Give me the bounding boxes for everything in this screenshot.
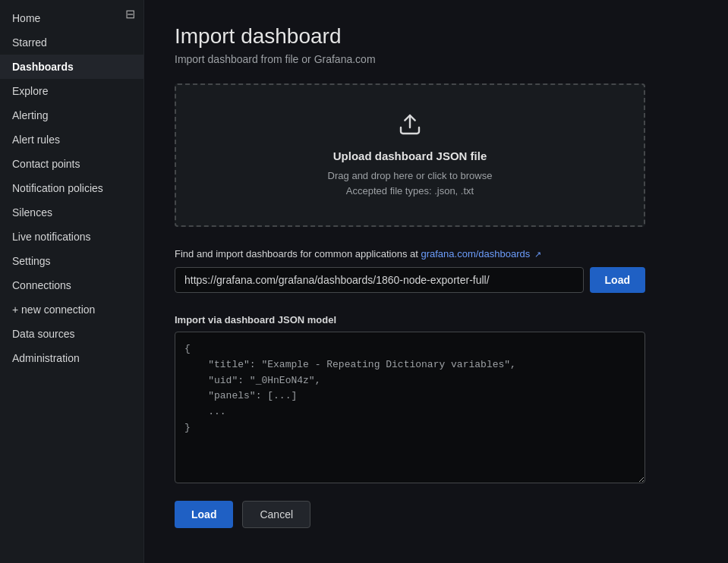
sidebar-item-alerting[interactable]: Alerting [0, 103, 143, 127]
external-link-icon: ↗ [534, 250, 541, 259]
sidebar-item-data-sources[interactable]: Data sources [0, 322, 143, 346]
json-panel-label: Import via dashboard JSON model [175, 314, 698, 326]
sidebar-item-contact-points[interactable]: Contact points [0, 152, 143, 176]
sidebar-item-notification-policies[interactable]: Notification policies [0, 176, 143, 200]
main-content: Import dashboard Import dashboard from f… [144, 0, 728, 563]
page-title: Import dashboard [175, 24, 698, 49]
grafana-com-link[interactable]: grafana.com/dashboards [421, 248, 530, 259]
sidebar-item-silences[interactable]: Silences [0, 200, 143, 225]
url-input-row: Load [175, 267, 645, 293]
upload-hint-line1: Drag and drop here or click to browse [194, 168, 626, 184]
action-buttons-row: Load Cancel [175, 501, 645, 528]
dashboard-url-input[interactable] [175, 267, 584, 293]
upload-dropzone[interactable]: Upload dashboard JSON file Drag and drop… [175, 83, 645, 227]
url-load-button[interactable]: Load [590, 267, 645, 293]
sidebar-item-alert-rules[interactable]: Alert rules [0, 127, 143, 152]
sidebar-item-explore[interactable]: Explore [0, 79, 143, 103]
sidebar: ⊟ Home Starred Dashboards Explore Alerti… [0, 0, 144, 563]
sidebar-item-new-connection[interactable]: + new connection [0, 297, 143, 322]
upload-hint-line2: Accepted file types: .json, .txt [194, 184, 626, 199]
page-subtitle: Import dashboard from file or Grafana.co… [175, 53, 698, 65]
sidebar-item-settings[interactable]: Settings [0, 249, 143, 273]
upload-icon [194, 112, 626, 142]
sidebar-item-connections[interactable]: Connections [0, 273, 143, 297]
load-button[interactable]: Load [175, 501, 233, 528]
sidebar-item-dashboards[interactable]: Dashboards [0, 55, 143, 79]
cancel-button[interactable]: Cancel [242, 501, 310, 528]
sidebar-item-live-notifications[interactable]: Live notifications [0, 225, 143, 249]
sidebar-item-starred[interactable]: Starred [0, 30, 143, 55]
sidebar-item-administration[interactable]: Administration [0, 346, 143, 370]
json-model-textarea[interactable]: { "title": "Example - Repeating Dictiona… [175, 332, 645, 483]
upload-title: Upload dashboard JSON file [194, 149, 626, 162]
sidebar-collapse-button[interactable]: ⊟ [122, 6, 137, 21]
grafana-link-label: Find and import dashboards for common ap… [175, 248, 698, 259]
